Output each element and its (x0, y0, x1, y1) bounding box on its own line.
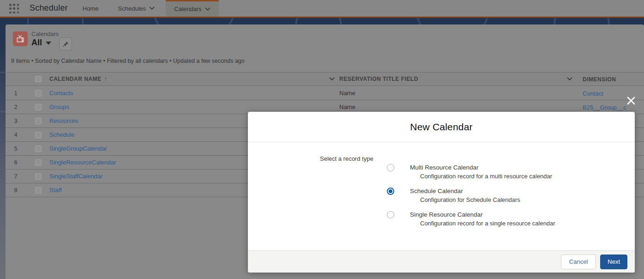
column-header-calendar-name[interactable]: CALENDAR NAME↑ (49, 76, 107, 82)
dimension-link[interactable]: Contact (583, 90, 603, 97)
cancel-button[interactable]: Cancel (561, 255, 596, 269)
next-button[interactable]: Next (600, 255, 627, 269)
global-navigation-bar: Scheduler Home Schedules Calendars (0, 0, 644, 17)
tab-calendars[interactable]: Calendars (166, 0, 218, 17)
row-number: 6 (6, 159, 26, 166)
calendars-object-icon (13, 31, 28, 46)
row-number: 8 (6, 187, 26, 194)
record-type-description: Configuration record for a single resour… (420, 219, 555, 228)
list-status-text: 8 items • Sorted by Calendar Name • Filt… (11, 58, 245, 64)
record-type-prompt: Select a record type (320, 155, 373, 162)
calendar-name-link[interactable]: Contacts (49, 90, 73, 97)
record-type-radio-2[interactable] (387, 211, 394, 218)
record-type-radio-0[interactable] (387, 164, 394, 171)
row-checkbox[interactable] (35, 187, 42, 194)
record-type-label: Schedule Calendar (410, 187, 520, 195)
view-dropdown-caret-icon (46, 42, 51, 45)
list-view-selector[interactable]: All (31, 38, 51, 48)
sort-asc-icon: ↑ (104, 76, 108, 82)
tab-home[interactable]: Home (82, 0, 100, 17)
reservation-title-field-value: Name (339, 103, 355, 110)
table-row: 1 Contacts Name Contact (6, 86, 644, 100)
calendar-name-link[interactable]: Schedule (49, 131, 74, 138)
row-checkbox[interactable] (35, 159, 42, 166)
tab-calendars-label: Calendars (174, 6, 201, 12)
row-checkbox[interactable] (35, 90, 42, 97)
table-header-row: CALENDAR NAME↑ RESERVATION TITLE FIELD D… (6, 72, 644, 86)
calendar-name-link[interactable]: SingleGroupCalendar (49, 145, 107, 152)
app-launcher-icon[interactable] (9, 4, 19, 14)
row-checkbox[interactable] (35, 118, 42, 124)
row-number: 1 (6, 90, 26, 97)
tab-schedules-label: Schedules (118, 5, 146, 12)
chevron-down-icon (205, 7, 211, 11)
pin-view-button[interactable] (59, 37, 72, 50)
entity-label: Calendars (31, 30, 59, 37)
modal-body: Select a record type Multi Resource Cale… (248, 142, 635, 250)
row-checkbox[interactable] (35, 146, 42, 152)
row-checkbox[interactable] (35, 132, 42, 138)
record-type-option-single-resource[interactable]: Single Resource Calendar Configuration r… (387, 210, 555, 228)
tv-icon (16, 34, 25, 43)
row-number: 5 (6, 145, 26, 152)
calendar-name-link[interactable]: Resources (49, 117, 78, 124)
new-calendar-modal: New Calendar Select a record type Multi … (248, 112, 635, 273)
row-number: 7 (6, 173, 26, 180)
chevron-down-icon (149, 6, 155, 10)
record-type-option-multi-resource[interactable]: Multi Resource Calendar Configuration re… (387, 163, 555, 181)
tab-schedules[interactable]: Schedules (117, 0, 156, 17)
select-all-checkbox[interactable] (35, 76, 42, 82)
calendar-name-link[interactable]: SingleResourceCalendar (49, 159, 116, 166)
row-number: 4 (6, 131, 26, 138)
calendar-name-link[interactable]: SingleStaffCalendar (49, 173, 102, 180)
record-type-description: Configuration record for a multi resourc… (420, 172, 552, 181)
row-checkbox[interactable] (35, 104, 42, 110)
record-type-option-schedule[interactable]: Schedule Calendar Configuration for Sche… (387, 187, 555, 204)
pushpin-icon (62, 41, 69, 48)
record-type-label: Single Resource Calendar (410, 210, 555, 219)
calendar-name-link[interactable]: Groups (49, 103, 69, 110)
modal-header: New Calendar (248, 112, 635, 142)
dimension-link[interactable]: B25__Group__c (583, 104, 626, 111)
row-number: 2 (6, 103, 26, 110)
calendar-name-link[interactable]: Staff (49, 187, 62, 194)
column-menu-chevron-icon[interactable] (567, 77, 572, 81)
view-name: All (31, 38, 42, 48)
record-type-options: Multi Resource Calendar Configuration re… (387, 163, 555, 234)
list-view-header: Calendars All (6, 24, 644, 58)
close-icon (626, 96, 636, 106)
app-name: Scheduler (30, 3, 68, 17)
record-type-radio-1[interactable] (387, 188, 394, 195)
column-menu-chevron-icon[interactable] (329, 77, 335, 81)
row-number: 3 (6, 117, 26, 124)
column-header-dimension[interactable]: DIMENSION (583, 76, 616, 83)
modal-close-button[interactable] (625, 95, 637, 107)
record-type-description: Configuration for Schedule Calendars (420, 195, 520, 204)
row-checkbox[interactable] (35, 173, 42, 180)
modal-footer: Cancel Next (248, 250, 635, 273)
record-type-label: Multi Resource Calendar (410, 163, 552, 172)
column-header-reservation-title-field[interactable]: RESERVATION TITLE FIELD (339, 76, 567, 82)
reservation-title-field-value: Name (339, 90, 355, 97)
modal-title: New Calendar (410, 121, 472, 133)
tab-home-label: Home (83, 5, 99, 12)
